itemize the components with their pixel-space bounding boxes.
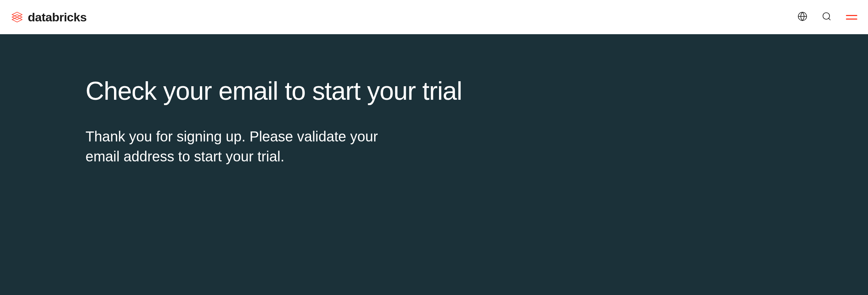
- search-button[interactable]: [822, 11, 832, 23]
- hero-section: Check your email to start your trial Tha…: [0, 34, 868, 295]
- search-icon: [822, 11, 832, 23]
- page-title: Check your email to start your trial: [86, 77, 782, 105]
- databricks-logo-icon: [11, 11, 24, 24]
- brand-name: databricks: [28, 10, 87, 24]
- menu-button[interactable]: [846, 15, 857, 20]
- header: databricks: [0, 0, 868, 34]
- globe-icon: [797, 11, 807, 23]
- language-selector-button[interactable]: [797, 11, 807, 23]
- svg-line-3: [828, 18, 830, 20]
- page-subtitle: Thank you for signing up. Please validat…: [86, 126, 406, 166]
- brand-logo[interactable]: databricks: [11, 10, 87, 24]
- hamburger-icon: [846, 19, 857, 20]
- header-actions: [797, 11, 857, 23]
- hamburger-icon: [846, 15, 857, 16]
- svg-point-2: [823, 13, 830, 20]
